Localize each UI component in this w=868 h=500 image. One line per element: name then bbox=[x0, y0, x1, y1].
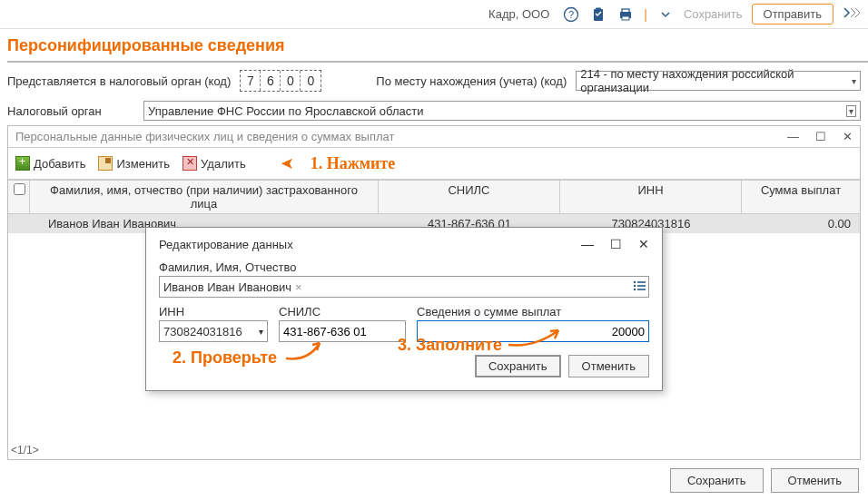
annotation-2: 2. Проверьте bbox=[173, 336, 327, 368]
digit: 7 bbox=[241, 71, 261, 91]
inn-label: ИНН bbox=[159, 305, 268, 319]
svg-rect-5 bbox=[622, 9, 629, 13]
close-icon[interactable] bbox=[843, 6, 861, 23]
annotation-2-text: 2. Проверьте bbox=[173, 348, 277, 367]
inn-column-header[interactable]: ИНН bbox=[560, 181, 742, 213]
dialog-save-button[interactable]: Сохранить bbox=[475, 355, 561, 377]
checkbox-column[interactable] bbox=[8, 181, 30, 213]
company-name: Кадр, ООО bbox=[488, 7, 549, 21]
page-cancel-button[interactable]: Отменить bbox=[771, 468, 859, 493]
page-save-button[interactable]: Сохранить bbox=[670, 468, 764, 493]
send-button[interactable]: Отправить bbox=[752, 4, 833, 25]
add-icon bbox=[15, 156, 30, 171]
list-icon[interactable] bbox=[632, 279, 646, 295]
persons-toolbar: Добавить Изменить Удалить ➤ 1. Нажмите bbox=[8, 148, 860, 180]
svg-rect-12 bbox=[637, 289, 646, 290]
delete-icon bbox=[182, 156, 197, 171]
tax-org-value: Управление ФНС России по Ярославской обл… bbox=[148, 104, 423, 118]
svg-rect-8 bbox=[637, 281, 646, 283]
fio-value: Иванов Иван Иванович bbox=[163, 280, 291, 294]
name-column-header[interactable]: Фамилия, имя, отчество (при наличии) зас… bbox=[30, 181, 379, 213]
pager: <1/1> bbox=[7, 440, 43, 460]
delete-button-label: Удалить bbox=[201, 157, 246, 171]
page-title: Персонифицированные сведения bbox=[0, 29, 868, 61]
snils-column-header[interactable]: СНИЛС bbox=[379, 181, 560, 213]
persons-table-head: Фамилия, имя, отчество (при наличии) зас… bbox=[8, 180, 860, 214]
persons-window-title: Персональные данные физических лиц и све… bbox=[15, 130, 395, 143]
digit: 6 bbox=[261, 71, 281, 91]
snils-label: СНИЛС bbox=[279, 305, 406, 319]
edit-icon bbox=[98, 156, 113, 171]
svg-point-9 bbox=[634, 285, 636, 287]
dialog-cancel-button[interactable]: Отменить bbox=[568, 355, 649, 377]
annotation-3: 3. Заполните bbox=[398, 336, 502, 355]
save-text[interactable]: Сохранить bbox=[684, 7, 743, 21]
digit: 0 bbox=[301, 71, 321, 91]
chevron-down-icon: ▾ bbox=[852, 76, 856, 86]
chevron-down-icon[interactable] bbox=[656, 5, 675, 24]
chevron-down-icon[interactable]: ▾ bbox=[259, 327, 263, 337]
place-code-label: По месту нахождения (учета) (код) bbox=[376, 74, 567, 88]
svg-point-7 bbox=[634, 281, 636, 283]
help-icon[interactable]: ? bbox=[562, 5, 580, 24]
persons-window-titlebar: Персональные данные физических лиц и све… bbox=[8, 126, 860, 148]
sum-label: Сведения о сумме выплат bbox=[417, 305, 649, 319]
dialog-title: Редактирование данных bbox=[159, 238, 293, 251]
minimize-icon[interactable]: — bbox=[581, 237, 594, 251]
separator-icon: | bbox=[644, 7, 647, 22]
svg-rect-3 bbox=[596, 7, 601, 10]
clipboard-icon[interactable] bbox=[589, 5, 607, 24]
svg-rect-6 bbox=[622, 16, 629, 20]
close-icon[interactable]: ✕ bbox=[638, 237, 649, 251]
annotation-arrow-icon bbox=[504, 325, 567, 350]
topbar: Кадр, ООО ? | Сохранить Отправить bbox=[0, 0, 868, 29]
annotation-1: 1. Нажмите bbox=[311, 154, 396, 173]
row-tax-org: Налоговый орган Управление ФНС России по… bbox=[0, 95, 868, 126]
maximize-icon[interactable]: ☐ bbox=[610, 237, 622, 251]
annotation-3-text: 3. Заполните bbox=[398, 336, 502, 354]
svg-rect-10 bbox=[637, 285, 646, 287]
dropdown-button-icon: ▾ bbox=[846, 105, 856, 117]
fio-input[interactable]: Иванов Иван Иванович × bbox=[159, 276, 649, 298]
add-button[interactable]: Добавить bbox=[15, 156, 85, 171]
annotation-arrow-icon: ➤ bbox=[281, 153, 294, 173]
row-sum: 0.00 bbox=[742, 214, 860, 233]
place-code-value: 214 - по месту нахождения российской орг… bbox=[580, 67, 846, 94]
tax-org-select[interactable]: Управление ФНС России по Ярославской обл… bbox=[143, 101, 861, 121]
tax-code-label: Представляется в налоговый орган (код) bbox=[7, 74, 231, 88]
fio-label: Фамилия, Имя, Отчество bbox=[159, 260, 649, 274]
print-icon[interactable] bbox=[616, 5, 635, 24]
add-button-label: Добавить bbox=[34, 157, 85, 171]
sum-column-header[interactable]: Сумма выплат bbox=[742, 181, 860, 213]
clear-icon[interactable]: × bbox=[295, 280, 302, 294]
delete-button[interactable]: Удалить bbox=[182, 156, 246, 171]
edit-button-label: Изменить bbox=[116, 157, 170, 171]
select-all-checkbox[interactable] bbox=[14, 183, 25, 195]
tax-code-input[interactable]: 7 6 0 0 bbox=[240, 70, 321, 92]
tax-org-label: Налоговый орган bbox=[7, 104, 134, 118]
edit-button[interactable]: Изменить bbox=[98, 156, 170, 171]
close-icon[interactable]: ✕ bbox=[843, 130, 853, 143]
bottom-buttons: Сохранить Отменить bbox=[670, 468, 859, 493]
digit: 0 bbox=[281, 71, 301, 91]
svg-text:?: ? bbox=[568, 9, 574, 20]
place-code-select[interactable]: 214 - по месту нахождения российской орг… bbox=[576, 71, 861, 91]
maximize-icon[interactable]: ☐ bbox=[815, 130, 826, 143]
annotation-arrow-icon bbox=[281, 336, 327, 363]
row-tax-authority: Представляется в налоговый орган (код) 7… bbox=[0, 63, 868, 95]
svg-point-11 bbox=[634, 289, 636, 290]
minimize-icon[interactable]: — bbox=[787, 130, 799, 143]
